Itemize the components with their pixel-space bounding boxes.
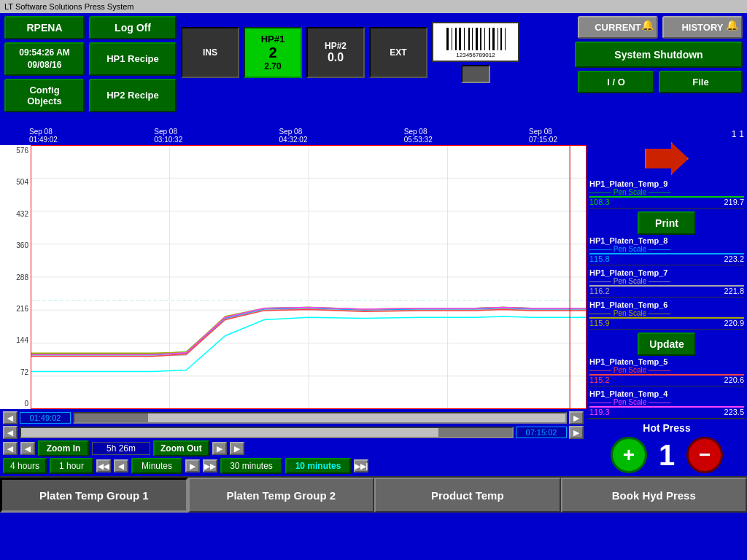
pen-entry-5: HP1_Platen_Temp_5 ——— Pen Scale ——— 115.… (589, 357, 744, 386)
scroll-end-label: 07:15:02 (516, 427, 567, 438)
ts2: Sep 0803:10:32 (154, 128, 182, 144)
tab-platen-group1[interactable]: Platen Temp Group 1 (0, 478, 188, 513)
pen-entry-6: HP1_Platen_Temp_6 ——— Pen Scale ——— 115.… (589, 300, 744, 330)
fwd-skip-btn[interactable]: ▶▶ (203, 459, 217, 472)
four-hours-button[interactable]: 4 hours (3, 458, 47, 474)
scroll-start-label: 01:49:02 (20, 412, 71, 424)
scroll-track-right[interactable] (20, 427, 514, 438)
y-288: 288 (0, 273, 31, 281)
pen5-val1: 115.2 (589, 376, 610, 384)
scroll-left2-btn[interactable]: ◀ (3, 426, 18, 439)
tab-product-temp[interactable]: Product Temp (374, 478, 561, 513)
config-objects-button[interactable]: Config Objects (4, 79, 85, 112)
y-72: 72 (0, 368, 31, 376)
zoom-nav-right2[interactable]: ▶ (230, 442, 244, 455)
zoom-nav-left[interactable]: ◀ (3, 442, 18, 455)
y-432: 432 (0, 210, 31, 218)
pen8-val2: 223.2 (724, 254, 744, 263)
bell-icon-history: 🔔 (726, 19, 738, 31)
pen4-val2: 223.5 (724, 408, 744, 416)
hp2-label: HP#2 (325, 41, 347, 51)
bottom-tab-bar: Platen Temp Group 1 Platen Temp Group 2 … (0, 476, 747, 513)
ins-label: INS (203, 47, 217, 58)
pen5-scale: ——— Pen Scale ——— (589, 366, 744, 376)
pen-count-1: 1 (732, 129, 737, 139)
pen8-val1: 115.8 (589, 254, 610, 263)
zoom-display: 5h 26m (92, 442, 150, 455)
scroll-right2-btn[interactable]: ▶ (569, 426, 584, 439)
chart-wrapper: Sep 0801:49:02 Sep 0803:10:32 Sep 0804:3… (0, 126, 587, 476)
current-button[interactable]: 🔔 CURRENT (578, 16, 658, 39)
pen-entry-7: HP1_Platen_Temp_7 ——— Pen Scale ——— 116.… (589, 268, 744, 298)
zoom-nav-right[interactable]: ▶ (212, 442, 227, 455)
print-btn-container: Print (589, 211, 744, 235)
scroll-thumb-left (74, 413, 148, 422)
barcode-text: 123456789012 (456, 52, 495, 58)
tab-platen-group2[interactable]: Platen Temp Group 2 (188, 478, 375, 513)
y-0: 0 (0, 400, 31, 408)
pen4-val1: 119.3 (589, 408, 610, 416)
thirty-minutes-button[interactable]: 30 minutes (220, 458, 282, 474)
pen9-val1: 108.3 (589, 198, 610, 206)
pen5-val2: 220.6 (724, 376, 744, 384)
history-button[interactable]: 🔔 HISTORY (662, 16, 743, 39)
y-360: 360 (0, 241, 31, 249)
update-button[interactable]: Update (638, 332, 696, 356)
bell-icon-current: 🔔 (641, 19, 654, 31)
hot-press-plus-button[interactable]: + (611, 437, 647, 473)
pen8-scale: ——— Pen Scale ——— (589, 245, 744, 254)
ten-minutes-button[interactable]: 10 minutes (285, 458, 351, 474)
skip-end-btn[interactable]: ▶▶| (354, 459, 368, 472)
zoom-in-button[interactable]: Zoom In (38, 440, 89, 456)
logoff-button[interactable]: Log Off (89, 16, 177, 39)
current-label: CURRENT (595, 22, 641, 33)
print-button[interactable]: Print (638, 211, 696, 235)
chart-canvas (31, 145, 587, 409)
pen6-values: 115.9 220.9 (589, 319, 744, 327)
back-btn[interactable]: ◀ (114, 459, 128, 472)
hot-press-label: Hot Press (589, 422, 744, 434)
pen9-name: HP1_Platen_Temp_9 (589, 179, 744, 188)
pen8-name: HP1_Platen_Temp_8 (589, 236, 744, 245)
hot-press-count: 1 (659, 439, 675, 472)
y-504: 504 (0, 178, 31, 186)
zoom-nav-left2[interactable]: ◀ (20, 442, 35, 455)
pen7-name: HP1_Platen_Temp_7 (589, 268, 744, 277)
title-text: LT Software Solutions Press System (4, 2, 134, 11)
hp2-box: HP#2 0.0 (306, 27, 365, 78)
pen-list: HP1_Platen_Temp_9 ——— Pen Scale ——— 108.… (587, 178, 747, 419)
arrow-container (587, 142, 747, 175)
back-skip-btn[interactable]: ◀◀ (96, 459, 111, 472)
pen6-val1: 115.9 (589, 319, 610, 327)
file-button[interactable]: File (659, 71, 743, 93)
hp2-recipe-button[interactable]: HP2 Recipe (89, 79, 177, 112)
hp1-val: 2.70 (264, 61, 281, 71)
pen4-scale: ——— Pen Scale ——— (589, 398, 744, 408)
one-hour-button[interactable]: 1 hour (50, 458, 93, 474)
hot-press-minus-button[interactable]: − (686, 437, 723, 473)
io-button[interactable]: I / O (578, 71, 654, 93)
ts1: Sep 0801:49:02 (29, 128, 58, 144)
pen-entry-4: HP1_Platen_Temp_4 ——— Pen Scale ——— 119.… (589, 389, 744, 419)
ts4: Sep 0805:53:32 (404, 128, 433, 144)
fwd-btn[interactable]: ▶ (185, 459, 200, 472)
ins-box: INS (181, 27, 239, 78)
pen4-name: HP1_Platen_Temp_4 (589, 389, 744, 398)
pen5-values: 115.2 220.6 (589, 376, 744, 384)
minutes-button[interactable]: Minutes (131, 458, 182, 474)
pen9-val2: 219.7 (724, 198, 744, 206)
scroll-left-btn[interactable]: ◀ (3, 411, 18, 424)
pen7-values: 116.2 221.8 (589, 287, 744, 295)
tab-book-hyd-press[interactable]: Book Hyd Press (561, 478, 748, 513)
shutdown-button[interactable]: System Shutdown (575, 42, 743, 68)
ext-box: EXT (369, 27, 427, 78)
scroll-track-left[interactable] (73, 412, 567, 424)
zoom-out-button[interactable]: Zoom Out (153, 440, 209, 456)
pen8-values: 115.8 223.2 (589, 254, 744, 263)
update-btn-container: Update (589, 332, 744, 356)
scroll-right-btn[interactable]: ▶ (569, 411, 584, 424)
hp1-recipe-button[interactable]: HP1 Recipe (89, 42, 177, 76)
pen7-val1: 116.2 (589, 287, 610, 295)
ts5: Sep 0807:15:02 (529, 128, 557, 144)
rpena-button[interactable]: RPENA (4, 16, 85, 39)
